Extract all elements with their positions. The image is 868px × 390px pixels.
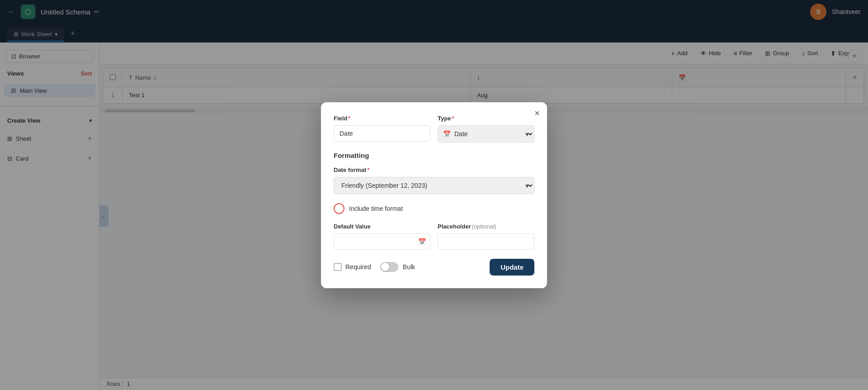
modal-close-button[interactable]: × <box>534 109 540 118</box>
type-field: Type * 📅 Date ▾ <box>438 115 534 143</box>
default-value-input-wrapper: 📅 <box>334 233 430 250</box>
type-required-star: * <box>452 115 454 122</box>
date-format-select[interactable]: Friendly (September 12, 2023) <box>334 177 534 194</box>
default-value-label: Default Value <box>334 223 430 230</box>
date-format-select-wrapper: Friendly (September 12, 2023) ▾ <box>334 177 534 194</box>
type-select-wrapper: 📅 Date ▾ <box>438 125 534 143</box>
default-value-field: Default Value 📅 <box>334 223 430 250</box>
bulk-toggle-row: Bulk <box>380 262 415 272</box>
field-name-field: Field * <box>334 115 430 143</box>
field-required-star: * <box>348 115 350 122</box>
modal-footer: Required Bulk Update <box>334 259 534 276</box>
update-button[interactable]: Update <box>490 259 534 276</box>
include-time-radio[interactable] <box>334 203 344 214</box>
bulk-label: Bulk <box>403 263 415 271</box>
type-select[interactable]: Date <box>438 125 534 143</box>
field-name-label: Field * <box>334 115 430 122</box>
type-label: Type * <box>438 115 534 122</box>
date-format-label: Date format * <box>334 166 534 173</box>
include-time-row: Include time format <box>334 203 534 214</box>
modal-overlay: × Field * Type * 📅 Date <box>0 0 868 390</box>
date-format-field: Date format * Friendly (September 12, 20… <box>334 166 534 194</box>
bulk-toggle-thumb <box>381 263 389 271</box>
bulk-toggle[interactable] <box>380 262 398 272</box>
field-edit-modal: × Field * Type * 📅 Date <box>321 102 547 288</box>
placeholder-input[interactable] <box>438 233 534 250</box>
placeholder-optional: (optional) <box>472 223 496 230</box>
required-label: Required <box>345 263 371 271</box>
date-format-required-star: * <box>367 166 369 173</box>
placeholder-field: Placeholder (optional) <box>438 223 534 250</box>
required-checkbox-row: Required <box>334 263 371 271</box>
required-checkbox[interactable] <box>334 263 342 271</box>
formatting-title: Formatting <box>334 152 534 159</box>
field-type-row: Field * Type * 📅 Date ▾ <box>334 115 534 143</box>
default-placeholder-row: Default Value 📅 Placeholder (optional) <box>334 223 534 250</box>
field-name-input[interactable] <box>334 125 430 142</box>
include-time-label: Include time format <box>349 205 403 212</box>
placeholder-label: Placeholder (optional) <box>438 223 534 230</box>
default-value-input[interactable] <box>334 233 430 250</box>
radio-inner <box>337 206 341 211</box>
